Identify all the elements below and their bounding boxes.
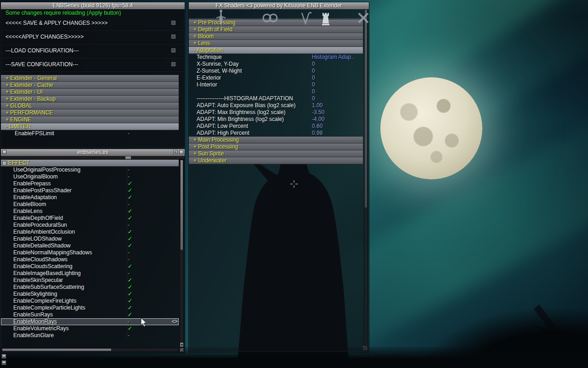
ini-setting-value[interactable]: ✓ <box>128 298 132 305</box>
ini-setting-row[interactable]: EnableSunRays ✓ <box>1 311 179 318</box>
shader-param-row[interactable]: Technique Histogram Adap.. <box>189 54 369 61</box>
resize-grip[interactable] <box>363 346 368 351</box>
ini-setting-value[interactable]: - <box>128 270 130 277</box>
minimized-window-icon-2[interactable] <box>1 360 6 365</box>
shader-param-row[interactable]: E-Exterior 0 <box>189 75 369 81</box>
category-row[interactable]: + Extender - Backup <box>1 96 179 103</box>
shader-group-row[interactable]: + Main Processing <box>189 137 363 144</box>
category-row[interactable]: - LIMITER <box>1 123 179 130</box>
ini-setting-value[interactable]: ✓ <box>128 284 132 291</box>
ini-setting-row[interactable]: EnableProceduralSun - <box>1 222 179 229</box>
ini-setting-value[interactable]: ✓ <box>128 291 132 298</box>
shader-param-row[interactable]: ADAPT: Max Brightness (log2 scale) -3.50 <box>189 109 369 116</box>
shader-param-row[interactable]: Z-Sunset, W-Night 0 <box>189 68 369 75</box>
scrollbar-handle[interactable] <box>181 160 183 250</box>
value-stepper[interactable]: <> <box>172 318 177 325</box>
category-row[interactable]: + Extender - UI <box>1 89 179 96</box>
collapse-icon[interactable] <box>2 150 6 154</box>
ini-setting-value[interactable]: - <box>128 256 130 263</box>
shader-param-value[interactable]: 0.60 <box>312 123 322 130</box>
shader-param-value[interactable]: 0 <box>312 75 315 81</box>
ini-setting-value[interactable]: ✓ <box>128 263 132 270</box>
shader-param-row[interactable]: ADAPT: Min Brightness (log2 scale) -4.00 <box>189 116 369 123</box>
shader-group-row[interactable]: + Depth of Field <box>189 26 363 33</box>
shader-group-row[interactable]: - Adaptation <box>189 47 363 54</box>
ini-setting-row[interactable]: UseOriginalBloom - <box>1 173 179 180</box>
shader-param-value[interactable]: 0 <box>312 68 315 75</box>
ini-setting-row[interactable]: EnableComplexParticleLights ✓ <box>1 305 179 311</box>
ini-setting-value[interactable]: ✓ <box>128 208 132 215</box>
ini-setting-row[interactable]: EnableSkinSpecular ✓ <box>1 277 179 284</box>
action-checkbox[interactable] <box>171 20 176 25</box>
category-row[interactable]: + PERFORMANCE <box>1 109 179 116</box>
ini-setting-value[interactable]: ✓ <box>128 242 132 249</box>
shader-group-row[interactable]: + Bloom <box>189 33 363 40</box>
ini-setting-row[interactable]: EnableLens ✓ <box>1 208 179 215</box>
scroll-down-arrow-icon[interactable] <box>180 343 183 347</box>
vertical-scrollbar[interactable] <box>180 160 184 347</box>
ini-setting-row[interactable]: EnableCloudsScattering ✓ <box>1 263 179 270</box>
action-button-row[interactable]: <<<<<APPLY CHANGES>>>>> <box>1 30 185 44</box>
close-icon[interactable] <box>179 150 183 154</box>
shader-group-row[interactable]: + Pre Processing <box>189 19 363 26</box>
ini-setting-value[interactable]: ✓ <box>128 277 132 284</box>
shader-param-row[interactable]: I-Interior 0 <box>189 81 369 88</box>
shader-param-row[interactable]: ADAPT: Auto Exposure Bias (log2 scale) 1… <box>189 102 369 109</box>
ini-setting-value[interactable]: - <box>128 173 130 180</box>
fx-titlebar[interactable]: FX Shaders <3 powered by Kitsuune ENB Ex… <box>189 2 369 9</box>
ini-setting-row[interactable]: EnablePostPassShader ✓ <box>1 187 179 194</box>
shader-group-row[interactable]: + Underwater <box>189 157 363 164</box>
scrollbar-handle[interactable] <box>365 10 367 207</box>
param-row[interactable]: EnableFPSLimit - <box>1 130 179 137</box>
vertical-scrollbar[interactable] <box>364 9 368 351</box>
scrollbar-handle[interactable] <box>2 349 111 351</box>
ini-setting-row[interactable]: EnableSunGlare - <box>1 332 179 339</box>
param-value[interactable]: - <box>128 130 130 137</box>
action-checkbox[interactable] <box>171 48 176 53</box>
shader-param-value[interactable]: -4.00 <box>312 116 324 123</box>
category-row[interactable]: + Extender - Cache <box>1 82 179 89</box>
ini-setting-row[interactable]: EnablePrepass ✓ <box>1 180 179 187</box>
ini-setting-value[interactable]: ✓ <box>128 194 132 201</box>
action-button-row[interactable]: ---SAVE CONFIGURATION--- <box>1 58 185 71</box>
ini-setting-value[interactable]: - <box>128 249 130 256</box>
collapse-box-icon[interactable] <box>2 161 6 165</box>
ini-titlebar[interactable]: enbseries.ini <box>1 149 185 156</box>
shader-param-row[interactable]: 0 <box>189 88 369 95</box>
ini-setting-value[interactable]: ✓ <box>128 229 132 236</box>
ini-setting-row[interactable]: EnableAmbientOcclusion ✓ <box>1 229 179 236</box>
shader-param-value[interactable]: Histogram Adap.. <box>312 54 354 61</box>
shader-param-value[interactable]: 0 <box>312 81 315 88</box>
pin-icon[interactable] <box>173 150 177 154</box>
category-row[interactable]: + Extender - General <box>1 75 179 82</box>
ini-setting-value[interactable]: ✓ <box>128 305 132 311</box>
ini-setting-value[interactable]: - <box>128 201 130 208</box>
shader-param-value[interactable]: 0 <box>312 61 315 68</box>
ini-setting-value[interactable]: ✓ <box>128 215 132 222</box>
shader-param-row[interactable]: ---------------HISTOGRAM ADAPTATION 0 <box>189 95 369 102</box>
ini-setting-row[interactable]: EnableDepthOfField ✓ <box>1 215 179 222</box>
ini-setting-row[interactable]: EnableImageBasedLighting - <box>1 270 179 277</box>
ini-setting-row[interactable]: EnableLODShadow ✓ <box>1 236 179 242</box>
ini-setting-row[interactable]: EnableSubSurfaceScattering ✓ <box>1 284 179 291</box>
action-button-row[interactable]: ---LOAD CONFIGURATION--- <box>1 44 185 58</box>
section-effect[interactable]: EFFECT <box>1 160 179 167</box>
horizontal-scrollbar[interactable] <box>2 348 179 352</box>
minimized-window-icon-1[interactable] <box>1 354 6 359</box>
shader-param-row[interactable]: ADAPT: High Percent 0.98 <box>189 130 369 137</box>
ini-setting-value[interactable]: - <box>128 167 130 173</box>
ini-setting-value[interactable]: ✓ <box>128 325 132 332</box>
shader-param-value[interactable]: 0 <box>312 88 315 95</box>
splitter-handle[interactable] <box>125 156 131 159</box>
action-button-row[interactable]: <<<<< SAVE & APPLY CHANGES >>>>> <box>1 16 185 30</box>
ini-setting-row[interactable]: EnableDetailedShadow ✓ <box>1 242 179 249</box>
action-checkbox[interactable] <box>171 62 176 67</box>
ini-setting-value[interactable]: ✓ <box>128 311 132 318</box>
enbseries-titlebar[interactable]: ENBSeries (build 9126) fps=58.4 <box>1 2 185 9</box>
ini-setting-row[interactable]: EnableCloudShadows - <box>1 256 179 263</box>
ini-setting-value[interactable]: - <box>128 318 130 325</box>
shader-param-value[interactable]: 1.00 <box>312 102 322 109</box>
ini-setting-value[interactable]: ✓ <box>128 187 132 194</box>
action-checkbox[interactable] <box>171 34 176 39</box>
shader-param-value[interactable]: -3.50 <box>312 109 324 116</box>
